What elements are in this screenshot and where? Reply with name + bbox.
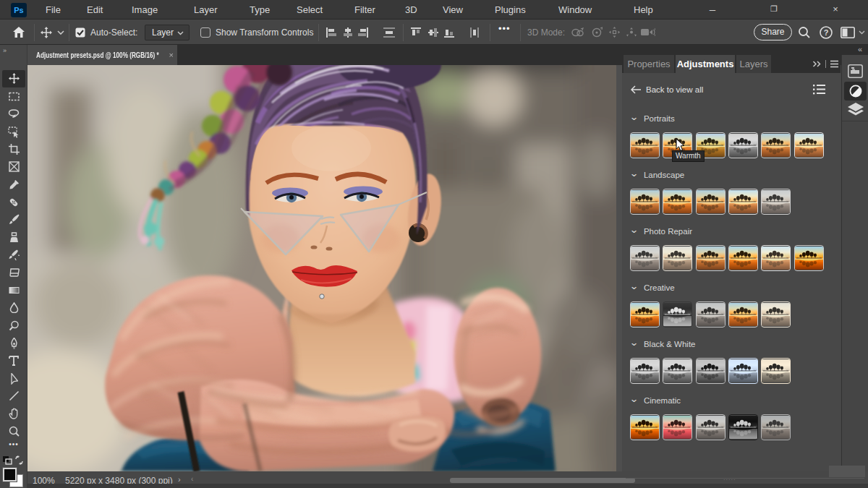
svg-text:?: ?: [824, 28, 829, 37]
